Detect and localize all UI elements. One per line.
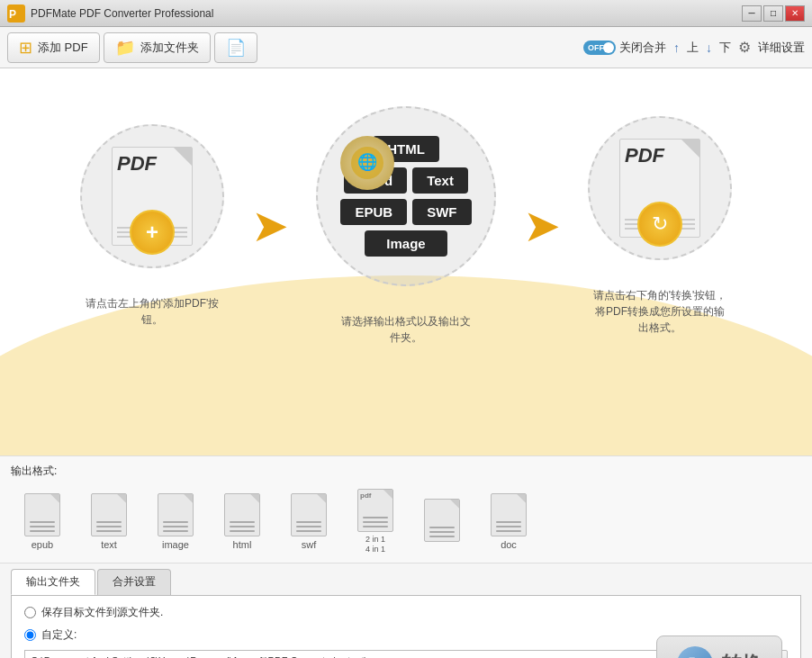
toggle-label: 关闭合并 [619, 40, 666, 56]
output-badge: ↻ [637, 202, 682, 247]
add-folder-label: 添加文件夹 [140, 40, 199, 56]
doc-file-icon [491, 493, 527, 536]
image-format-btn[interactable]: Image [365, 230, 447, 257]
radio-custom[interactable] [24, 629, 36, 641]
arrow1: ➤ [251, 200, 289, 252]
radio-save-source[interactable] [24, 607, 36, 618]
minimize-button[interactable]: ─ [742, 5, 762, 22]
format-empty [411, 494, 474, 549]
swf-format-btn[interactable]: SWF [412, 199, 471, 225]
text-format-btn[interactable]: Text [412, 167, 468, 194]
html-label: html [233, 539, 252, 550]
text-label: text [101, 539, 117, 550]
tab-output-folder[interactable]: 输出文件夹 [11, 569, 95, 595]
image-file-icon [158, 493, 194, 536]
convert-btn-area: ↻ 转换 [656, 635, 782, 658]
folder-icon: 📁 [115, 38, 135, 58]
radio-row-1: 保存目标文件到源文件夹. [24, 605, 788, 620]
format-section-label: 输出格式: [11, 464, 801, 479]
settings-icon[interactable]: ⚙ [738, 39, 751, 56]
main-area: PDF + 请点击左上角的'添加PDF'按钮。 ➤ [0, 68, 812, 455]
format-icons-row: epub text image [11, 484, 801, 559]
convert-icon: ↻ [677, 646, 713, 658]
pdf-icon: 📄 [226, 38, 246, 58]
epub-label: epub [32, 539, 53, 550]
app-logo: P [7, 5, 25, 23]
maximize-button[interactable]: □ [763, 5, 783, 22]
format-html[interactable]: html [211, 489, 274, 554]
empty-file-icon [424, 499, 460, 542]
add-folder-button[interactable]: 📁 添加文件夹 [104, 32, 211, 63]
move-down-button[interactable]: ↓ [706, 41, 712, 55]
tab-merge-settings[interactable]: 合并设置 [97, 569, 171, 595]
bottom-section: 输出文件夹 合并设置 保存目标文件到源文件夹. 自定义: ... 打开 ↻ 转换 [0, 563, 812, 658]
pdf-merge-file-icon: pdf [357, 489, 393, 532]
swf-label: swf [302, 539, 317, 550]
toggle-track: OFF [583, 41, 616, 55]
move-up-button[interactable]: ↑ [673, 41, 680, 55]
output-path-input[interactable] [24, 650, 714, 658]
step1-circle-bg: PDF + [80, 124, 224, 268]
step1-text: 请点击左上角的'添加PDF'按钮。 [85, 295, 220, 328]
illustration: PDF + 请点击左上角的'添加PDF'按钮。 ➤ [0, 68, 812, 356]
convert-label: 转换 [722, 651, 762, 658]
step2-circle: 🌐 HTML Word Text EPUB SWF [316, 106, 496, 346]
format-circle: 🌐 HTML Word Text EPUB SWF [316, 106, 496, 286]
svg-text:🌐: 🌐 [357, 152, 378, 172]
down-label: 下 [719, 40, 731, 56]
close-button[interactable]: ✕ [785, 5, 805, 22]
epub-file-icon [24, 493, 60, 536]
swf-file-icon [291, 493, 327, 536]
toggle-state: OFF [588, 43, 604, 52]
toolbar: ⊞ 添加 PDF 📁 添加文件夹 📄 OFF 关闭合并 ↑ 上 ↓ 下 ⚙ 详细… [0, 27, 812, 68]
doc-label: doc [501, 539, 517, 550]
epub-format-btn[interactable]: EPUB [340, 199, 407, 225]
step3-circle-bg: PDF ↻ [588, 116, 732, 260]
toggle-thumb [603, 42, 614, 53]
radio-custom-label: 自定义: [41, 627, 77, 643]
svg-text:P: P [9, 8, 16, 21]
format-swf[interactable]: swf [277, 489, 340, 554]
html-file-icon [224, 493, 260, 536]
settings-label: 详细设置 [758, 40, 805, 56]
format-pdf-merge[interactable]: pdf 2 in 14 in 1 [344, 484, 407, 559]
format-text[interactable]: text [77, 489, 140, 554]
convert-button[interactable]: ↻ 转换 [656, 635, 782, 658]
format-image[interactable]: image [144, 489, 207, 554]
format-section: 输出格式: epub text [0, 455, 812, 563]
merge-toggle[interactable]: OFF 关闭合并 [583, 40, 666, 56]
pdf-button[interactable]: 📄 [214, 32, 257, 63]
add-pdf-button[interactable]: ⊞ 添加 PDF [7, 32, 100, 63]
window-controls: ─ □ ✕ [742, 5, 805, 22]
title-bar: P PDFMate PDF Converter Professional ─ □… [0, 0, 812, 27]
step3-circle: PDF ↻ 请点击右下角的'转换'按钮，将PDF转换成您所设置的输出格式。 [588, 116, 732, 336]
toolbar-right: OFF 关闭合并 ↑ 上 ↓ 下 ⚙ 详细设置 [583, 39, 805, 56]
text-file-icon [91, 493, 127, 536]
up-label: 上 [687, 40, 699, 56]
radio-save-source-label: 保存目标文件到源文件夹. [41, 605, 163, 620]
step2-text: 请选择输出格式以及输出文件夹。 [338, 313, 474, 346]
add-badge: + [130, 210, 175, 255]
step1-circle: PDF + 请点击左上角的'添加PDF'按钮。 [80, 124, 224, 328]
step3-text: 请点击右下角的'转换'按钮，将PDF转换成您所设置的输出格式。 [592, 287, 727, 336]
arrow2: ➤ [523, 200, 561, 252]
pdf-merge-label: 2 in 14 in 1 [365, 535, 385, 554]
format-epub[interactable]: epub [11, 489, 74, 554]
tabs-row: 输出文件夹 合并设置 [11, 563, 801, 595]
format-doc[interactable]: doc [477, 489, 540, 554]
add-pdf-label: 添加 PDF [38, 40, 88, 56]
tab-content-output-folder: 保存目标文件到源文件夹. 自定义: ... 打开 ↻ 转换 [11, 595, 801, 658]
window-title: PDFMate PDF Converter Professional [31, 7, 742, 20]
add-pdf-icon: ⊞ [19, 38, 32, 58]
image-label: image [162, 539, 189, 550]
